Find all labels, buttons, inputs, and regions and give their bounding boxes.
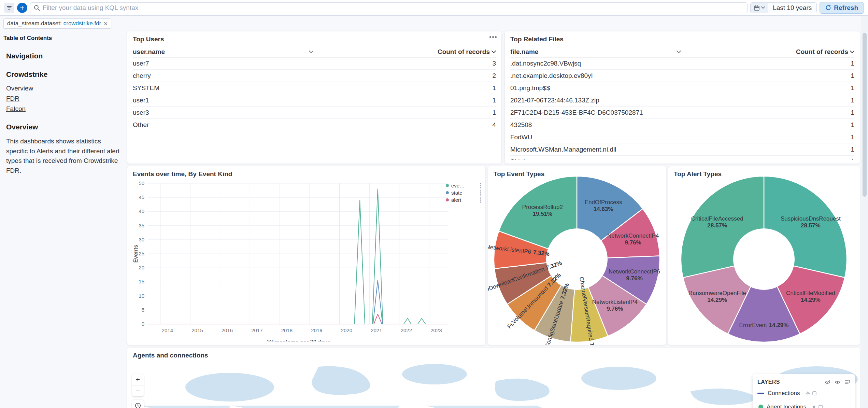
svg-text:10: 10 (139, 293, 144, 299)
filter-pill-field: data_stream.dataset: (7, 20, 62, 27)
column-label: Count of records (796, 48, 848, 56)
legend-item-event[interactable]: eve… (446, 182, 481, 189)
panel-top-users: Top Users user.name Count of records use… (127, 31, 501, 164)
legend-item-alert[interactable]: alert (446, 196, 481, 203)
svg-text:2020: 2020 (341, 327, 352, 333)
layer-name: Connections (768, 390, 800, 397)
svg-text:2022: 2022 (401, 327, 412, 333)
svg-text:25: 25 (139, 251, 144, 256)
cell-count: 1 (686, 133, 854, 141)
cell-name: 432508 (510, 121, 686, 129)
slice-label: ErrorEvent14.29% (739, 322, 789, 328)
layer-row-connections[interactable]: Connections (757, 386, 850, 400)
cell-name: Microsoft.WSMan.Management.ni.dll (510, 146, 686, 153)
zoom-controls: + − (132, 374, 144, 396)
svg-text:35: 35 (139, 223, 144, 228)
checkbox-icon[interactable] (819, 405, 823, 408)
cell-count: 1 (686, 84, 854, 92)
top-users-table: user.name Count of records user73cherry2… (133, 47, 496, 160)
layer-row-icons (812, 405, 823, 408)
quick-select-button[interactable] (751, 3, 768, 13)
cell-count: 1 (686, 97, 854, 104)
dashboard-app: Last 10 years Refresh data_stream.datase… (0, 0, 868, 408)
legend-label: alert (451, 197, 478, 203)
table-header: user.name Count of records (133, 47, 496, 57)
dots-vertical-icon[interactable] (480, 197, 481, 203)
top-bar: Last 10 years Refresh (0, 0, 868, 16)
cell-count: 1 (686, 146, 854, 153)
table-row: FodWU1 (510, 131, 854, 143)
gear-icon[interactable] (806, 391, 810, 396)
table-row: Microsoft.WSMan.Management.ni.dll1 (510, 143, 854, 156)
chevron-down-icon (492, 51, 496, 53)
cell-count: 3 (318, 60, 496, 67)
sidebar-link-overview[interactable]: Overview (6, 85, 125, 92)
kql-search-input[interactable] (43, 4, 744, 12)
svg-text:0: 0 (142, 321, 144, 327)
layer-row-agent-locations[interactable]: Agent locations (757, 400, 850, 408)
overview-description: This dashboards shows statistics specifi… (6, 137, 122, 175)
events-line-chart: 0510152025303540455020142015201620172018… (133, 180, 480, 341)
close-icon[interactable] (104, 22, 108, 26)
table-row: 2F71C2D4-D215-453E-BF4C-D6C0375028711 (510, 107, 854, 119)
column-header-count[interactable]: Count of records (318, 48, 496, 56)
svg-text:2019: 2019 (311, 327, 322, 333)
dots-vertical-icon[interactable] (480, 183, 481, 188)
svg-text:2014: 2014 (162, 327, 173, 333)
dots-vertical-icon[interactable] (480, 190, 481, 196)
map-canvas[interactable]: + − LAYERS (127, 361, 860, 408)
panel-title: Events over time, By Event Kind (133, 170, 232, 178)
sidebar-link-fdr[interactable]: FDR (6, 95, 125, 102)
kql-search-bar (30, 2, 748, 13)
chevron-down-icon (761, 6, 765, 9)
cell-count: 1 (318, 97, 496, 104)
filter-bar: data_stream.dataset: crowdstrike.fdr (3, 18, 111, 29)
time-range-button[interactable]: Last 10 years (768, 4, 816, 12)
query-menu-button[interactable] (4, 3, 14, 13)
cell-name: FodWU (510, 133, 686, 141)
refresh-button[interactable]: Refresh (820, 2, 864, 14)
table-row: .dat.nosync2c98.VBwjsq1 (510, 57, 854, 70)
column-header-count[interactable]: Count of records (686, 48, 854, 56)
panel-title: Top Alert Types (674, 170, 722, 178)
gear-icon[interactable] (812, 405, 816, 408)
add-filter-button[interactable] (17, 3, 27, 13)
column-header-file-name[interactable]: file.name (510, 48, 686, 56)
nav-heading: Navigation (6, 52, 125, 60)
column-label: file.name (510, 48, 538, 56)
panel-options-button[interactable] (488, 35, 498, 39)
panel-top-related-files: Top Related Files file.name Count of rec… (505, 31, 860, 164)
scrollbar-thumb[interactable] (863, 33, 867, 197)
svg-text:2018: 2018 (281, 327, 293, 333)
checkbox-icon[interactable] (812, 391, 816, 395)
table-row: .net.example.desktop.ev80yI1 (510, 70, 854, 82)
filter-pill[interactable]: data_stream.dataset: crowdstrike.fdr (3, 18, 111, 29)
chevron-down-icon (677, 51, 681, 53)
sidebar-link-falcon[interactable]: Falcon (6, 105, 125, 113)
donut-hole (733, 228, 795, 290)
table-row: Other4 (133, 119, 496, 131)
legend-item-state[interactable]: state (446, 189, 481, 196)
chevron-down-icon (850, 51, 854, 53)
panel-title: Top Users (133, 36, 164, 43)
zoom-out-button[interactable]: − (132, 385, 144, 396)
cell-name: user1 (133, 97, 318, 104)
eye-off-icon[interactable] (825, 379, 830, 385)
chart-legend: eve… state alert (446, 182, 481, 203)
panel-title: Agents and connections (133, 352, 208, 359)
layer-order-icon[interactable] (844, 379, 850, 385)
page-scrollbar (861, 16, 868, 408)
eye-icon[interactable] (835, 379, 840, 385)
legend-dot (446, 198, 449, 201)
layers-title: LAYERS (757, 379, 821, 385)
svg-text:2021: 2021 (371, 327, 382, 333)
timeslider-button[interactable] (132, 400, 144, 408)
layers-panel: LAYERS Connections (753, 374, 855, 408)
calendar-icon (754, 5, 760, 11)
top-files-table: file.name Count of records .dat.nosync2c… (510, 47, 854, 160)
zoom-in-button[interactable]: + (132, 374, 144, 385)
filter-lines-icon (6, 5, 12, 11)
column-header-user-name[interactable]: user.name (133, 48, 318, 56)
cell-count: 1 (686, 109, 854, 116)
legend-label: eve… (451, 183, 478, 188)
